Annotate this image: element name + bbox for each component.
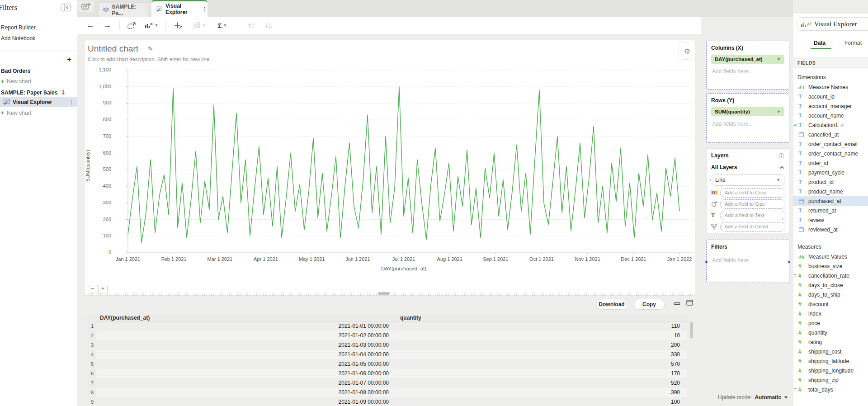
download-button[interactable]: Download xyxy=(596,299,627,310)
cell-date[interactable]: 2021-01-07 00:00:00 xyxy=(96,378,396,387)
add-field-to-size[interactable]: Add a field to Size xyxy=(720,199,785,209)
field-item[interactable]: Tpayment_cycle xyxy=(793,168,868,177)
add-field-to-color[interactable]: Add a field to Color xyxy=(720,188,785,198)
info-icon[interactable]: ⓘ xyxy=(779,152,784,160)
field-item[interactable]: #quantity xyxy=(793,328,868,337)
update-mode-control[interactable]: Update mode: Automatic xyxy=(718,394,788,401)
tab-menu-dots-icon[interactable]: ⋮ xyxy=(202,6,208,12)
cell-quantity[interactable]: 570 xyxy=(396,359,687,368)
redo-button[interactable]: → xyxy=(101,17,114,34)
cell-date[interactable]: 2021-01-02 00:00:00 xyxy=(96,331,396,340)
cell-date[interactable]: 2021-01-03 00:00:00 xyxy=(96,340,396,349)
table-row[interactable]: 72021-01-07 00:00:00520 xyxy=(84,378,689,388)
stack-marks-button[interactable]: ▼ xyxy=(190,17,209,34)
field-item[interactable]: #price xyxy=(793,318,868,328)
cell-quantity[interactable]: 520 xyxy=(396,378,687,387)
columns-shelf[interactable]: Columns (X) DAY(purchased_at) ▼ Add fiel… xyxy=(706,41,789,90)
columns-field-pill[interactable]: DAY(purchased_at) ▼ xyxy=(711,55,784,64)
panel-resize-handle[interactable] xyxy=(378,292,390,295)
rows-field-pill[interactable]: SUM(quantity) ▼ xyxy=(711,107,784,116)
field-item[interactable]: TMeasure Names xyxy=(793,82,868,92)
field-item[interactable]: =#total_days xyxy=(793,385,868,394)
cell-quantity[interactable]: 200 xyxy=(396,340,687,349)
chart-title[interactable]: Untitled chart xyxy=(88,44,138,54)
sidebar-new-chart-top[interactable]: +New chart xyxy=(0,76,78,86)
table-header-quantity[interactable]: quantity xyxy=(400,315,421,321)
field-item[interactable]: #Measure Values xyxy=(793,252,868,261)
field-item[interactable]: #days_to_ship xyxy=(793,290,868,299)
element-type-header[interactable]: Visual Explorer xyxy=(797,17,868,31)
field-item[interactable]: cancelled_at xyxy=(793,130,868,139)
collapse-table-button[interactable] xyxy=(674,301,681,307)
all-layers-toggle[interactable]: All Layers xyxy=(711,164,784,170)
sidebar-item-visual-explorer[interactable]: Visual Explorer ⋮ xyxy=(0,97,77,107)
table-scrollbar-thumb[interactable] xyxy=(690,322,693,338)
sort-ascending-button[interactable] xyxy=(244,17,258,34)
maximize-element-button[interactable] xyxy=(125,17,138,34)
add-field-to-text[interactable]: Add a field to Text xyxy=(720,211,785,220)
field-item[interactable]: Treview xyxy=(793,215,868,225)
sidebar-item-add-notebook[interactable]: Add Notebook xyxy=(0,33,78,43)
sidebar-item-report-builder[interactable]: Report Builder xyxy=(0,23,78,33)
clear-chart-button[interactable]: ▼ xyxy=(141,17,161,34)
cell-date[interactable]: 2021-01-05 00:00:00 xyxy=(96,359,396,368)
item-menu-dots-icon[interactable]: ⋮ xyxy=(69,99,74,105)
field-item[interactable]: =#cancellation_rate xyxy=(793,271,868,280)
line-series[interactable] xyxy=(128,87,679,243)
field-item[interactable]: #discount xyxy=(793,299,868,309)
field-item[interactable]: #shipping_latitude xyxy=(793,356,868,366)
chart-settings-gear-button[interactable]: ⚙ xyxy=(678,42,696,60)
filters-shelf[interactable]: Filters Add fields here... xyxy=(706,240,789,283)
table-row[interactable]: 92021-01-09 00:00:00100 xyxy=(84,397,689,406)
table-row[interactable]: 52021-01-05 00:00:00570 xyxy=(84,359,689,369)
copy-button[interactable]: Copy xyxy=(634,299,665,310)
chart-zoom-out-button[interactable]: − xyxy=(88,285,97,293)
field-item[interactable]: Tproduct_name xyxy=(793,187,868,196)
cell-date[interactable]: 2021-01-04 00:00:00 xyxy=(96,350,396,359)
new-tab-button[interactable] xyxy=(77,0,95,12)
cell-date[interactable]: 2021-01-06 00:00:00 xyxy=(96,369,396,378)
cell-quantity[interactable]: 170 xyxy=(396,369,687,378)
cell-date[interactable]: 2021-01-01 00:00:00 xyxy=(96,321,396,330)
chart-plot-area[interactable] xyxy=(114,68,693,258)
sort-descending-button[interactable] xyxy=(261,17,275,34)
table-row[interactable]: 32021-01-03 00:00:00200 xyxy=(84,340,689,350)
time-scrubber-ruler[interactable] xyxy=(85,293,695,296)
field-item[interactable]: Torder_contact_name xyxy=(793,149,868,158)
table-row[interactable]: 12021-01-01 00:00:00110 xyxy=(84,321,689,331)
field-item[interactable]: Taccount_manager xyxy=(793,101,868,111)
cell-quantity[interactable]: 330 xyxy=(396,350,687,359)
tab-data[interactable]: Data xyxy=(814,40,826,46)
rows-shelf[interactable]: Rows (Y) SUM(quantity) ▼ Add fields here… xyxy=(706,93,789,143)
field-item[interactable]: Treturned_at xyxy=(793,206,868,215)
field-item[interactable]: reviewed_at xyxy=(793,225,868,234)
cell-date[interactable]: 2021-01-08 00:00:00 xyxy=(96,388,396,397)
field-item[interactable]: Taccount_name xyxy=(793,111,868,120)
expand-table-button[interactable] xyxy=(686,300,693,307)
tab-format[interactable]: Format xyxy=(844,40,862,46)
tab-sample-paper-sales[interactable]: SAMPLE: Pa... xyxy=(99,2,148,17)
collapse-sidebar-button[interactable] xyxy=(61,3,72,12)
field-item[interactable]: #shipping_zip xyxy=(793,375,868,385)
field-item[interactable]: purchased_at xyxy=(793,196,868,206)
field-item[interactable]: #shipping_cost xyxy=(793,347,868,356)
field-item[interactable]: Torder_contact_email xyxy=(793,139,868,149)
cell-quantity[interactable]: 390 xyxy=(396,388,687,397)
table-header-date[interactable]: DAY(purchased_at) xyxy=(100,315,150,321)
mark-type-select[interactable]: Line ▼ xyxy=(710,174,785,186)
aggregate-button[interactable]: Σ ▼ xyxy=(212,17,232,34)
cell-date[interactable]: 2021-01-09 00:00:00 xyxy=(96,397,396,406)
table-row[interactable]: 42021-01-04 00:00:00330 xyxy=(84,350,689,359)
add-field-to-detail[interactable]: Add a field to Detail xyxy=(720,222,785,231)
table-row[interactable]: 22021-01-02 00:00:0010 xyxy=(84,331,689,340)
field-item[interactable]: #index xyxy=(793,309,868,318)
swap-axes-button[interactable] xyxy=(171,17,185,34)
table-row[interactable]: 62021-01-06 00:00:00170 xyxy=(84,369,689,378)
field-item[interactable]: =TCalculation1◎ xyxy=(793,120,868,130)
cell-quantity[interactable]: 110 xyxy=(396,321,687,330)
field-item[interactable]: Taccount_id xyxy=(793,92,868,101)
sidebar-item-bad-orders[interactable]: Bad Orders xyxy=(0,66,78,76)
chart-zoom-in-button[interactable]: + xyxy=(98,285,108,293)
chart-description-placeholder[interactable]: Click to add chart description. Shift-en… xyxy=(88,57,211,62)
sidebar-item-sample-paper-sales[interactable]: SAMPLE: Paper Sales xyxy=(0,88,78,98)
